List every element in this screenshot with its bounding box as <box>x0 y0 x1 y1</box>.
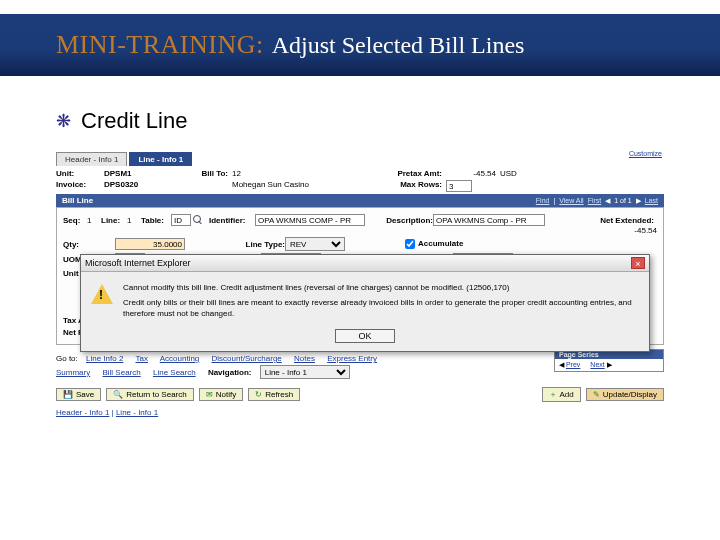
warning-icon <box>91 284 113 304</box>
save-icon: 💾 <box>63 390 73 399</box>
seq-value: 1 <box>87 216 101 225</box>
tab-header-info1[interactable]: Header - Info 1 <box>56 152 127 166</box>
billto-name: Mohegan Sun Casino <box>232 180 372 192</box>
ok-button[interactable]: OK <box>335 329 394 343</box>
lookup-icon[interactable] <box>193 215 203 225</box>
table-input[interactable] <box>171 214 191 226</box>
add-icon: ＋ <box>549 389 557 400</box>
refresh-button[interactable]: ↻Refresh <box>248 388 300 401</box>
dialog-titlebar: Microsoft Internet Explorer × <box>81 255 649 272</box>
title-band: MINI-TRAINING: Adjust Selected Bill Line… <box>0 14 720 76</box>
crumb-line[interactable]: Line - Info 1 <box>116 408 158 417</box>
billto-label: Bill To: <box>182 169 228 178</box>
bullet-text: Credit Line <box>81 108 187 134</box>
identifier-input[interactable] <box>255 214 365 226</box>
pretax-label: Pretax Amt: <box>372 169 442 178</box>
notify-button[interactable]: ✉Notify <box>199 388 243 401</box>
line-label: Line: <box>101 216 127 225</box>
last-link[interactable]: Last <box>645 197 658 205</box>
netext-value: -45.54 <box>634 226 657 235</box>
title-prefix: MINI-TRAINING: <box>56 30 264 60</box>
bullet-row: ❋ Credit Line <box>56 108 187 134</box>
bill-line-bar: Bill Line Find | View All First ◀ 1 of 1… <box>56 194 664 207</box>
goto-links: Go to: Line Info 2 Tax Accounting Discou… <box>56 354 554 363</box>
error-dialog: Microsoft Internet Explorer × Cannot mod… <box>80 254 650 352</box>
customize-link[interactable]: Customize <box>629 150 662 157</box>
first-link[interactable]: First <box>588 197 602 205</box>
save-button[interactable]: 💾Save <box>56 388 101 401</box>
dialog-line2: Credit only bills or their bill lines ar… <box>123 297 639 319</box>
line-value: 1 <box>127 216 141 225</box>
search-icon: 🔍 <box>113 390 123 399</box>
currency: USD <box>500 169 528 178</box>
header-row-1: Unit: DPSM1 Bill To: 12 Pretax Amt: -45.… <box>56 169 664 178</box>
button-row: 💾Save 🔍Return to Search ✉Notify ↻Refresh… <box>56 387 664 402</box>
linetype-select[interactable]: REV <box>285 237 345 251</box>
desc-label: Description: <box>373 216 433 225</box>
page-prev[interactable]: Prev <box>566 361 580 368</box>
return-button[interactable]: 🔍Return to Search <box>106 388 193 401</box>
dialog-line1: Cannot modify this bill line. Credit adj… <box>123 282 639 293</box>
update-button[interactable]: ✎Update/Display <box>586 388 664 401</box>
linetype-label: Line Type: <box>215 240 285 249</box>
bill-line-nav: Find | View All First ◀ 1 of 1 ▶ Last <box>536 197 658 205</box>
viewall-link[interactable]: View All <box>559 197 583 205</box>
pretax-value: -45.54 <box>446 169 496 178</box>
maxrows-input[interactable] <box>446 180 472 192</box>
title-text: Adjust Selected Bill Lines <box>272 32 525 59</box>
add-button[interactable]: ＋Add <box>542 387 581 402</box>
maxrows-label: Max Rows: <box>372 180 442 192</box>
navigation-select[interactable]: Line - Info 1 <box>260 365 350 379</box>
unit-value: DPSM1 <box>104 169 182 178</box>
refresh-icon: ↻ <box>255 390 262 399</box>
seq-label: Seq: <box>63 216 87 225</box>
table-label: Table: <box>141 216 171 225</box>
update-icon: ✎ <box>593 390 600 399</box>
link-linesearch[interactable]: Line Search <box>153 368 196 377</box>
qty-label: Qty: <box>63 240 115 249</box>
desc-input[interactable] <box>433 214 545 226</box>
find-link[interactable]: Find <box>536 197 550 205</box>
billto-id: 12 <box>232 169 241 178</box>
dialog-message: Cannot modify this bill line. Credit adj… <box>123 282 639 319</box>
unit-label: Unit: <box>56 169 104 178</box>
goto-label: Go to: <box>56 354 78 363</box>
header-row-2: Invoice: DPS0320 Mohegan Sun Casino Max … <box>56 180 664 192</box>
link-lineinfo2[interactable]: Line Info 2 <box>86 354 123 363</box>
footer-crumbs: Header - Info 1 | Line - Info 1 <box>56 408 664 417</box>
invoice-value: DPS0320 <box>104 180 182 192</box>
nav-position: 1 of 1 <box>614 197 632 205</box>
link-notes[interactable]: Notes <box>294 354 315 363</box>
accumulate-label: Accumulate <box>418 239 463 248</box>
link-billsearch[interactable]: Bill Search <box>102 368 140 377</box>
page-next[interactable]: Next <box>590 361 604 368</box>
link-accounting[interactable]: Accounting <box>160 354 200 363</box>
tab-strip: Header - Info 1 Line - Info 1 <box>56 152 664 166</box>
link-express[interactable]: Express Entry <box>327 354 377 363</box>
qty-input[interactable] <box>115 238 185 250</box>
identifier-label: Identifier: <box>209 216 255 225</box>
link-tax[interactable]: Tax <box>135 354 147 363</box>
tab-line-info1[interactable]: Line - Info 1 <box>129 152 192 166</box>
invoice-label: Invoice: <box>56 180 104 192</box>
dialog-title: Microsoft Internet Explorer <box>85 258 191 268</box>
netext-label: Net Extended: <box>600 216 657 225</box>
bullet-icon: ❋ <box>56 110 71 132</box>
crumb-header[interactable]: Header - Info 1 <box>56 408 109 417</box>
notify-icon: ✉ <box>206 390 213 399</box>
close-icon[interactable]: × <box>631 257 645 269</box>
link-discount[interactable]: Discount/Surcharge <box>212 354 282 363</box>
accumulate-checkbox[interactable] <box>405 239 415 249</box>
navigation-label: Navigation: <box>208 368 252 377</box>
link-summary[interactable]: Summary <box>56 368 90 377</box>
page-series-box: Page Series ◀ Prev Next ▶ <box>554 349 664 372</box>
bill-line-title: Bill Line <box>62 196 93 205</box>
